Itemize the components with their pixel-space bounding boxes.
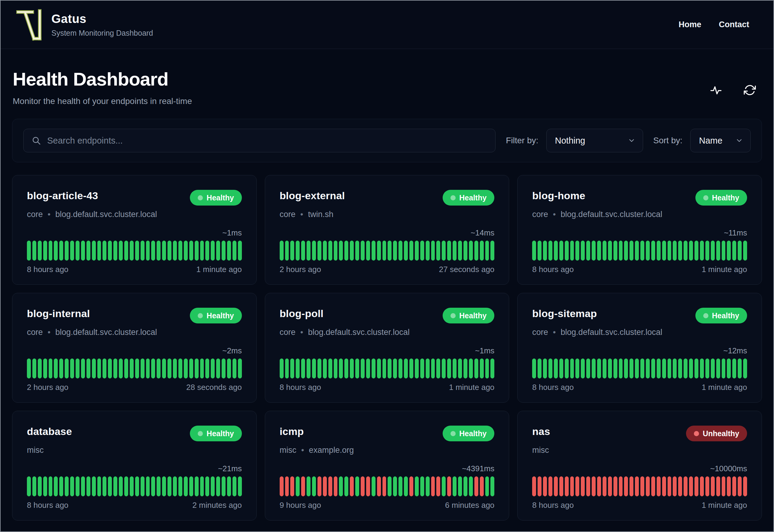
uptime-bar-success	[705, 358, 709, 378]
dot-separator: •	[301, 446, 304, 455]
uptime-bar-success	[366, 358, 370, 378]
uptime-bar-success	[662, 241, 666, 261]
uptime-bar-success	[420, 241, 424, 261]
status-dot-icon	[450, 313, 456, 318]
endpoint-card[interactable]: blog-article-43 Healthy core • blog.defa…	[12, 175, 257, 285]
endpoint-host: blog.default.svc.cluster.local	[561, 328, 662, 337]
endpoint-card[interactable]: blog-poll Healthy core • blog.default.sv…	[265, 293, 509, 403]
endpoint-card[interactable]: icmp Healthy misc • example.org ~4391ms …	[265, 411, 509, 521]
status-badge: Healthy	[695, 308, 747, 323]
uptime-bar-success	[59, 241, 63, 261]
uptime-bar-success	[285, 241, 289, 261]
uptime-bar-failure	[613, 476, 617, 496]
uptime-bar-success	[290, 241, 294, 261]
uptime-bar-success	[141, 476, 145, 496]
uptime-bar-success	[38, 476, 42, 496]
activity-icon[interactable]	[710, 84, 722, 96]
uptime-bar-success	[65, 476, 69, 496]
uptime-bar-success	[113, 476, 117, 496]
uptime-bar-success	[453, 241, 457, 261]
uptime-bar-success	[453, 358, 457, 378]
uptime-bar-success	[27, 358, 31, 378]
uptime-bar-success	[543, 358, 547, 378]
uptime-bar-success	[458, 241, 462, 261]
uptime-bar-success	[743, 358, 747, 378]
uptime-bar-failure	[640, 476, 644, 496]
uptime-bar-success	[307, 358, 311, 378]
uptime-bar-success	[431, 358, 435, 378]
uptime-bar-failure	[480, 476, 484, 496]
uptime-bar-success	[629, 358, 633, 378]
uptime-bar-success	[700, 241, 704, 261]
uptime-bar-success	[167, 476, 171, 496]
status-label: Healthy	[207, 429, 234, 438]
refresh-icon[interactable]	[744, 84, 756, 96]
uptime-bar-failure	[290, 476, 294, 496]
uptime-bar-success	[205, 241, 209, 261]
uptime-bar-success	[86, 476, 90, 496]
uptime-bar-failure	[301, 476, 305, 496]
endpoint-meta: core • blog.default.svc.cluster.local	[27, 328, 242, 337]
endpoint-group: core	[27, 328, 43, 337]
status-badge: Unhealthy	[686, 426, 747, 441]
uptime-bar-failure	[317, 476, 321, 496]
uptime-bar-failure	[673, 476, 677, 496]
nav-link-contact[interactable]: Contact	[719, 20, 750, 29]
uptime-bar-success	[86, 358, 90, 378]
status-dot-icon	[694, 431, 699, 436]
uptime-bar-success	[463, 476, 467, 496]
uptime-bar-success	[409, 241, 413, 261]
uptime-bar-success	[339, 476, 343, 496]
uptime-bar-success	[490, 476, 494, 496]
latency-label: ~21ms	[27, 455, 242, 473]
endpoint-card[interactable]: database Healthy misc ~21ms 8 hours ago …	[12, 411, 257, 521]
latency-label: ~1ms	[280, 337, 495, 355]
uptime-bar-success	[70, 241, 74, 261]
endpoint-card[interactable]: blog-external Healthy core • twin.sh ~14…	[265, 175, 509, 285]
latency-label: ~10000ms	[532, 455, 747, 473]
endpoint-group: core	[532, 210, 548, 219]
uptime-bar-success	[597, 241, 601, 261]
uptime-bar-success	[130, 241, 134, 261]
uptime-bar-success	[92, 241, 96, 261]
status-badge: Healthy	[190, 308, 242, 323]
uptime-bar-failure	[635, 476, 639, 496]
search-icon	[31, 136, 41, 145]
endpoint-name: blog-article-43	[27, 190, 98, 202]
endpoint-name: blog-poll	[280, 308, 324, 320]
uptime-bar-success	[469, 476, 473, 496]
oldest-time-label: 2 hours ago	[280, 265, 321, 274]
sort-dropdown[interactable]: Name	[690, 129, 751, 152]
uptime-bar-success	[317, 358, 321, 378]
status-label: Healthy	[207, 311, 234, 320]
uptime-bar-success	[738, 358, 742, 378]
uptime-bars	[27, 241, 242, 261]
search-input[interactable]	[47, 136, 487, 146]
uptime-bar-success	[393, 241, 397, 261]
uptime-bar-success	[296, 476, 300, 496]
uptime-bar-success	[480, 241, 484, 261]
status-label: Healthy	[712, 311, 739, 320]
filter-dropdown[interactable]: Nothing	[546, 129, 643, 152]
uptime-bar-failure	[565, 476, 569, 496]
uptime-bar-success	[195, 358, 199, 378]
uptime-bar-success	[178, 358, 182, 378]
status-dot-icon	[198, 431, 203, 436]
uptime-bar-success	[189, 241, 193, 261]
nav-link-home[interactable]: Home	[678, 20, 701, 29]
uptime-bar-success	[317, 241, 321, 261]
endpoint-card[interactable]: blog-internal Healthy core • blog.defaul…	[12, 293, 257, 403]
uptime-bar-success	[393, 476, 397, 496]
uptime-bar-failure	[474, 476, 478, 496]
endpoint-card[interactable]: nas Unhealthy misc ~10000ms 8 hours ago …	[517, 411, 762, 521]
status-badge: Healthy	[695, 190, 747, 206]
uptime-bar-success	[178, 241, 182, 261]
sort-dropdown-value: Name	[699, 136, 722, 146]
uptime-bar-success	[130, 358, 134, 378]
uptime-bar-success	[603, 241, 607, 261]
uptime-bar-success	[651, 241, 655, 261]
endpoint-card[interactable]: blog-sitemap Healthy core • blog.default…	[517, 293, 762, 403]
endpoint-card[interactable]: blog-home Healthy core • blog.default.sv…	[517, 175, 762, 285]
uptime-bar-success	[312, 358, 316, 378]
uptime-bar-success	[548, 241, 552, 261]
